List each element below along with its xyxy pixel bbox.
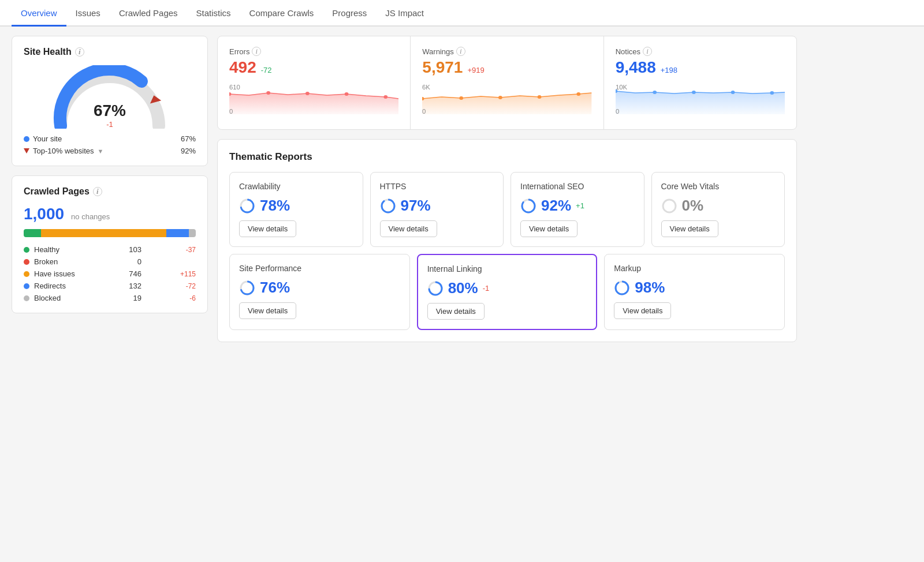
metrics-row: Errors i 492 -72 bbox=[217, 36, 797, 130]
report-crawlability: Crawlability 78% View details bbox=[229, 172, 363, 247]
svg-text:0: 0 bbox=[229, 108, 233, 115]
crawled-progress-bar bbox=[24, 229, 196, 237]
top-navigation: Overview Issues Crawled Pages Statistics… bbox=[0, 0, 924, 27]
site-performance-view-details[interactable]: View details bbox=[239, 302, 296, 319]
nav-progress[interactable]: Progress bbox=[323, 0, 376, 27]
svg-point-11 bbox=[460, 96, 464, 100]
bar-blocked bbox=[189, 229, 196, 237]
top10-triangle-icon bbox=[24, 148, 29, 153]
site-performance-donut-icon bbox=[239, 280, 255, 296]
internal-linking-donut-icon bbox=[427, 280, 444, 297]
svg-point-21 bbox=[731, 91, 735, 94]
report-https: HTTPS 97% View details bbox=[370, 172, 504, 247]
warnings-value: 5,971 bbox=[422, 58, 463, 77]
warnings-info-icon[interactable]: i bbox=[456, 47, 465, 56]
left-column: Site Health i 67% -1 bbox=[12, 36, 208, 342]
notices-value: 9,488 bbox=[616, 58, 656, 77]
notices-card: Notices i 9,488 +198 bbox=[604, 36, 796, 129]
svg-text:0: 0 bbox=[616, 108, 619, 115]
svg-point-19 bbox=[653, 91, 657, 94]
gauge-delta: -1 bbox=[94, 120, 126, 129]
svg-point-4 bbox=[305, 92, 310, 95]
errors-info-icon[interactable]: i bbox=[252, 47, 261, 56]
core-web-vitals-view-details[interactable]: View details bbox=[661, 220, 718, 237]
svg-point-22 bbox=[770, 91, 774, 95]
nav-js-impact[interactable]: JS Impact bbox=[376, 0, 433, 27]
errors-label: Errors i bbox=[229, 47, 398, 56]
crawl-legend-issues: Have issues 746 +115 bbox=[24, 269, 196, 278]
warnings-card: Warnings i 5,971 +919 bbox=[411, 36, 603, 129]
thematic-row2: Site Performance 76% View details Intern… bbox=[229, 254, 785, 330]
svg-point-3 bbox=[266, 91, 270, 95]
crawl-legend-healthy: Healthy 103 -37 bbox=[24, 245, 196, 254]
crawl-legend-broken: Broken 0 bbox=[24, 257, 196, 266]
thematic-row1: Crawlability 78% View details HTTPS bbox=[229, 172, 785, 247]
crawled-pages-title: Crawled Pages i bbox=[24, 186, 196, 197]
svg-point-14 bbox=[577, 92, 581, 96]
report-core-web-vitals: Core Web Vitals 0% View details bbox=[651, 172, 785, 247]
svg-text:10K: 10K bbox=[616, 84, 627, 91]
your-site-dot bbox=[24, 136, 29, 142]
internal-linking-view-details[interactable]: View details bbox=[427, 303, 485, 320]
crawlability-view-details[interactable]: View details bbox=[239, 220, 296, 237]
nav-compare-crawls[interactable]: Compare Crawls bbox=[240, 0, 323, 27]
svg-text:6K: 6K bbox=[422, 84, 430, 91]
intl-seo-donut-icon bbox=[520, 198, 536, 214]
site-health-legend: Your site 67% Top-10% websites ▼ 92% bbox=[24, 134, 196, 155]
svg-point-37 bbox=[616, 282, 628, 294]
site-health-title: Site Health i bbox=[24, 47, 196, 57]
bar-healthy bbox=[24, 229, 41, 237]
https-view-details[interactable]: View details bbox=[380, 220, 437, 237]
markup-view-details[interactable]: View details bbox=[614, 302, 671, 319]
site-health-info-icon[interactable]: i bbox=[75, 47, 84, 57]
nav-statistics[interactable]: Statistics bbox=[187, 0, 240, 27]
core-web-vitals-donut-icon bbox=[661, 198, 677, 214]
errors-card: Errors i 492 -72 bbox=[218, 36, 411, 129]
gauge-visual: 67% -1 bbox=[52, 65, 167, 129]
warnings-label: Warnings i bbox=[422, 47, 591, 56]
gauge-center: 67% -1 bbox=[94, 102, 126, 129]
healthy-dot bbox=[24, 247, 29, 253]
notices-label: Notices i bbox=[616, 47, 785, 56]
crawled-pages-info-icon[interactable]: i bbox=[93, 187, 102, 196]
broken-dot bbox=[24, 259, 29, 265]
svg-marker-17 bbox=[616, 91, 785, 114]
https-donut-icon bbox=[380, 198, 396, 214]
svg-text:0: 0 bbox=[422, 108, 426, 115]
crawl-legend-blocked: Blocked 19 -6 bbox=[24, 294, 196, 302]
blocked-dot bbox=[24, 295, 29, 301]
nav-overview[interactable]: Overview bbox=[12, 0, 66, 27]
svg-point-20 bbox=[692, 91, 696, 94]
report-internal-linking: Internal Linking 80% -1 View details bbox=[417, 254, 598, 330]
notices-info-icon[interactable]: i bbox=[643, 47, 652, 56]
errors-value: 492 bbox=[229, 58, 256, 77]
crawl-legend-redirects: Redirects 132 -72 bbox=[24, 282, 196, 290]
site-health-card: Site Health i 67% -1 bbox=[12, 36, 208, 166]
svg-point-13 bbox=[538, 95, 542, 99]
crawled-no-changes: no changes bbox=[71, 212, 110, 221]
nav-issues[interactable]: Issues bbox=[66, 0, 110, 27]
report-markup: Markup 98% View details bbox=[604, 254, 785, 330]
gauge-percentage: 67% bbox=[94, 102, 126, 120]
legend-top10: Top-10% websites ▼ 92% bbox=[24, 147, 196, 155]
errors-sparkline: 610 0 bbox=[229, 83, 398, 117]
svg-point-6 bbox=[383, 95, 388, 99]
nav-crawled-pages[interactable]: Crawled Pages bbox=[110, 0, 187, 27]
redirects-dot bbox=[24, 283, 29, 289]
notices-sparkline: 10K 0 bbox=[616, 83, 785, 117]
svg-marker-9 bbox=[422, 93, 591, 114]
errors-delta: -72 bbox=[261, 66, 272, 74]
crawlability-donut-icon bbox=[239, 198, 255, 214]
bar-redirects bbox=[166, 229, 189, 237]
intl-seo-view-details[interactable]: View details bbox=[520, 220, 578, 237]
markup-donut-icon bbox=[614, 280, 630, 296]
bar-issues bbox=[41, 229, 167, 237]
svg-text:610: 610 bbox=[229, 84, 240, 91]
warnings-delta: +919 bbox=[467, 66, 484, 74]
chevron-down-icon[interactable]: ▼ bbox=[98, 148, 104, 155]
svg-point-5 bbox=[345, 92, 349, 96]
report-international-seo: International SEO 92% +1 View details bbox=[511, 172, 644, 247]
crawled-pages-card: Crawled Pages i 1,000 no changes Healthy bbox=[12, 175, 208, 313]
crawled-count: 1,000 bbox=[24, 205, 64, 223]
notices-delta: +198 bbox=[661, 66, 677, 74]
